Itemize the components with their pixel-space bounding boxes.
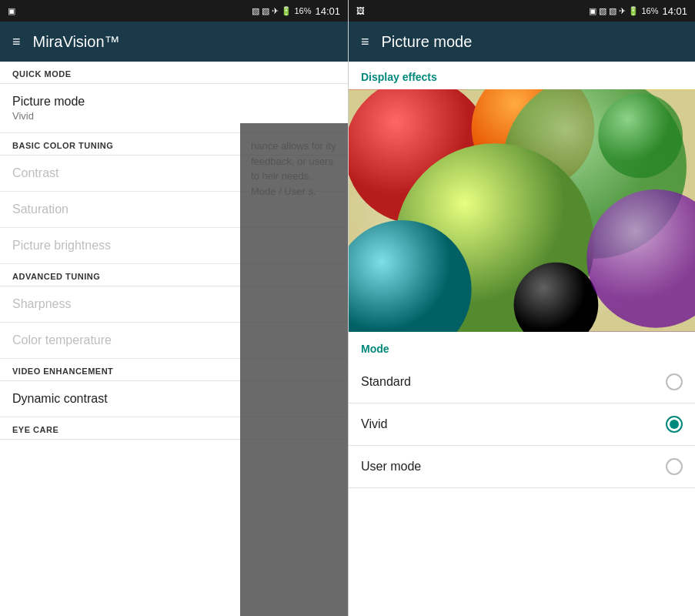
hero-image — [349, 89, 695, 332]
display-effects-label: Display effects — [349, 62, 695, 89]
user-mode-label: User mode — [361, 460, 421, 474]
balls-svg — [349, 89, 695, 332]
right-toolbar: ≡ Picture mode — [349, 22, 695, 62]
left-panel: ▣ ▧ ▧ ✈ 🔋 16% 14:01 ≡ MiraVision™ QUICK … — [0, 0, 348, 616]
right-status-left-icons: 🖼 — [356, 6, 365, 15]
vivid-label: Vivid — [361, 417, 387, 431]
right-hamburger-icon[interactable]: ≡ — [361, 34, 369, 50]
drawer-overlay-text: hance allows for ity feedback, or users … — [240, 123, 348, 214]
signal-icon: ▧ — [252, 6, 259, 16]
right-signal2-icon: ▧ — [609, 6, 616, 16]
standard-radio[interactable] — [666, 373, 683, 390]
vivid-radio[interactable] — [666, 416, 683, 433]
right-battery-icon: 🔋 — [628, 6, 639, 16]
hamburger-icon[interactable]: ≡ — [12, 34, 21, 50]
right-signal-icon: ▧ — [599, 6, 606, 16]
vibrate-icon: ▣ — [8, 6, 15, 16]
standard-label: Standard — [361, 375, 411, 389]
image-icon: 🖼 — [356, 6, 365, 15]
app-title: MiraVision™ — [33, 33, 120, 51]
radio-item-standard[interactable]: Standard — [349, 361, 695, 403]
picture-mode-subtitle: Vivid — [12, 110, 336, 122]
right-vibrate-icon: ▣ — [589, 6, 596, 16]
svg-point-8 — [598, 93, 683, 178]
left-status-bar: ▣ ▧ ▧ ✈ 🔋 16% 14:01 — [0, 0, 348, 22]
left-status-icons-right: ▧ ▧ ✈ 🔋 16% 14:01 — [252, 5, 340, 17]
left-toolbar: ≡ MiraVision™ — [0, 22, 348, 62]
drawer-overlay: hance allows for ity feedback, or users … — [240, 123, 348, 616]
radio-item-vivid[interactable]: Vivid — [349, 403, 695, 446]
right-airplane-icon: ✈ — [619, 6, 626, 16]
mode-label: Mode — [349, 332, 695, 361]
battery-icon: 🔋 — [281, 6, 292, 16]
right-content: Display effects — [349, 62, 695, 616]
picture-mode-title: Picture mode — [12, 95, 336, 109]
right-status-icons-right: ▣ ▧ ▧ ✈ 🔋 16% 14:01 — [589, 5, 687, 17]
right-status-bar: 🖼 ▣ ▧ ▧ ✈ 🔋 16% 14:01 — [349, 0, 695, 22]
battery-percent: 16% — [294, 6, 311, 15]
right-panel: 🖼 ▣ ▧ ▧ ✈ 🔋 16% 14:01 ≡ Picture mode Dis… — [348, 0, 695, 616]
time: 14:01 — [315, 5, 340, 17]
airplane-icon: ✈ — [272, 6, 279, 16]
left-menu: QUICK MODE Picture mode Vivid BASIC COLO… — [0, 62, 348, 616]
right-battery-percent: 16% — [641, 6, 658, 15]
user-mode-radio[interactable] — [666, 458, 683, 475]
section-quick-mode: QUICK MODE — [0, 62, 348, 84]
radio-item-user-mode[interactable]: User mode — [349, 446, 695, 488]
right-page-title: Picture mode — [382, 33, 473, 51]
signal2-icon: ▧ — [262, 6, 269, 16]
left-status-icons: ▣ — [8, 6, 15, 16]
right-time: 14:01 — [662, 5, 687, 17]
